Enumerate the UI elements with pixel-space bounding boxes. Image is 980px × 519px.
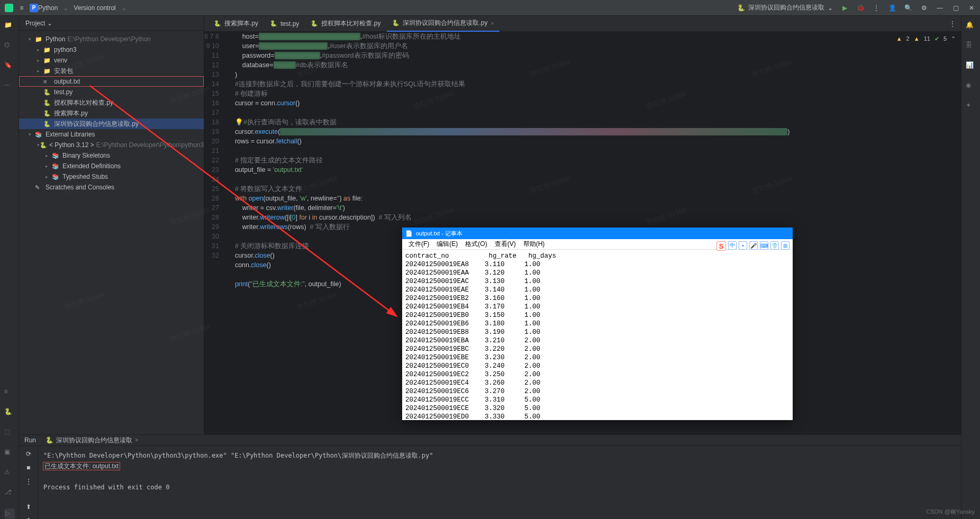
problems-icon[interactable]: ⚠ [4,468,15,479]
tree-item[interactable]: ▾📚External Libraries [19,129,204,140]
sogou-icon[interactable]: S [716,241,726,251]
account-icon[interactable]: 👤 [888,4,896,12]
tree-item[interactable]: 🐍搜索脚本.py [19,108,204,119]
tree-item[interactable]: 🐍深圳协议回购合约信息读取.py [19,119,204,129]
top-bar: ≡ P Python ⌄ Version control ⌄ 🐍 深圳协议回购合… [0,0,980,16]
ime-toolbar: S 中 • 🎤 ⌨ 👕 ⊞ [716,241,790,251]
tree-item[interactable]: 🐍test.py [19,87,204,97]
chevron-down-icon: ⌄ [828,4,833,12]
editor-tab[interactable]: 🐍test.py [265,16,304,32]
ime-btn[interactable]: ⊞ [781,241,790,250]
ok-icon: ✔ [934,34,939,43]
terminal-icon[interactable]: ▣ [4,448,15,459]
notifications-icon[interactable]: 🔔 [966,21,976,32]
coverage-icon[interactable]: ◉ [966,81,976,92]
tabs-more-icon[interactable]: ⋮ [944,20,961,28]
tree-item[interactable]: ≡output.txt [19,76,204,87]
run-tool-window: Run 🐍 深圳协议回购合约信息读取 × ⟳ ■ ⋮ ⬆ ⬇ ⎋ "E:\Pyh [19,434,961,519]
run-config-label: 深圳协议回购合约信息读取 [748,3,824,12]
notepad-window: 📄 output.txt - 记事本 文件(F)编辑(E)格式(O)查看(V)帮… [402,227,793,420]
error-icon: ▲ [896,34,902,43]
vcs-icon[interactable]: ⎇ [4,488,15,499]
project-name[interactable]: Python [38,4,58,12]
database-icon[interactable]: 🗄 [966,41,976,52]
notepad-menu-item[interactable]: 格式(O) [462,240,490,249]
debug-icon[interactable]: 🐞 [856,4,865,12]
warning-count: 11 [924,34,930,43]
project-title: Project [25,20,45,27]
ime-btn[interactable]: 👕 [770,241,779,250]
tree-item[interactable]: ▾📁PythonE:\Pyhthon Developer\Python [19,34,204,44]
right-tool-strip: 🔔 🗄 📊 ◉ ✦ [961,16,980,519]
ime-btn[interactable]: 中 [728,241,737,250]
notepad-content[interactable]: contract_no hg_rate hg_days 202401250001… [402,250,793,423]
run-configuration[interactable]: 🐍 深圳协议回购合约信息读取 ⌄ [737,3,833,12]
warning-icon: ▲ [914,34,920,43]
tree-item[interactable]: ✎Scratches and Consoles [19,182,204,193]
project-badge: P [30,4,38,12]
ide-logo-icon [4,3,14,13]
vcs-menu[interactable]: Version control [74,4,115,12]
up-icon[interactable]: ⬆ [26,503,31,511]
notepad-menu-item[interactable]: 查看(V) [492,240,519,249]
svg-rect-0 [5,4,13,12]
ime-btn[interactable]: • [739,241,747,250]
tree-item[interactable]: ▸📁python3 [19,44,204,55]
tree-item[interactable]: ▸📁venv [19,55,204,66]
chevron-down-icon: ⌄ [121,4,126,12]
settings-icon[interactable]: ⚙ [920,4,928,12]
run-tool-icon[interactable]: ▷ [4,508,15,519]
minimize-icon[interactable]: ― [936,4,944,12]
ime-btn[interactable]: 🎤 [749,241,758,250]
notepad-menu-item[interactable]: 编辑(E) [433,240,461,249]
hamburger-icon[interactable]: ≡ [17,3,26,13]
tree-item[interactable]: ▸📚Extended Definitions [19,161,204,171]
editor-tab[interactable]: 🐍授权脚本比对检查.py [305,16,386,32]
editor-tab[interactable]: 🐍深圳协议回购合约信息读取.py× [387,16,499,32]
sciview-icon[interactable]: 📊 [966,61,976,72]
more-icon[interactable]: ⋮ [25,478,32,485]
rerun-icon[interactable]: ⟳ [26,450,31,458]
more-icon[interactable]: ⋮ [872,4,881,12]
notepad-titlebar[interactable]: 📄 output.txt - 记事本 [402,227,793,239]
run-icon[interactable]: ▶ [840,4,849,12]
close-icon[interactable]: ✕ [967,4,976,12]
stop-icon[interactable]: ■ [26,464,30,471]
tree-item[interactable]: ▸📁安装包 [19,66,204,76]
ai-icon[interactable]: ✦ [966,102,976,112]
folder-icon[interactable]: 📁 [4,21,15,32]
notepad-menu-item[interactable]: 文件(F) [405,240,432,249]
error-count: 2 [906,34,910,43]
editor-tab[interactable]: 🐍搜索脚本.py [208,16,264,32]
notepad-menu-item[interactable]: 帮助(H) [520,240,548,249]
project-tree[interactable]: ▾📁PythonE:\Pyhthon Developer\Python▸📁pyt… [19,31,204,193]
csdn-watermark: CSDN @幽Yansky [926,508,975,516]
project-tool-header[interactable]: Project ⌄ [19,16,204,31]
structure-icon[interactable]: ⌬ [4,41,15,52]
close-icon[interactable]: × [135,436,139,444]
tool1-icon[interactable]: ≡ [4,388,15,398]
tree-item[interactable]: 🐍授权脚本比对检查.py [19,97,204,108]
run-tab-label: 深圳协议回购合约信息读取 [56,436,132,445]
left-tool-strip: 📁 ⌬ 🔖 ⋯ ≡ 🐍 ⬚ ▣ ⚠ ⎇ ▷ [0,16,19,519]
more-icon[interactable]: ⋯ [4,81,15,92]
bookmark-icon[interactable]: 🔖 [4,61,15,72]
run-title: Run [24,436,36,444]
services-icon[interactable]: ⬚ [4,428,15,439]
python-icon: 🐍 [46,436,53,444]
inspection-widget[interactable]: ▲2 ▲11 ✔5 ⌃ [896,34,956,43]
ime-btn[interactable]: ⌨ [760,241,768,250]
python-icon: 🐍 [737,4,745,12]
search-icon[interactable]: 🔍 [904,4,912,12]
python-console-icon[interactable]: 🐍 [4,408,15,418]
notepad-title: output.txt - 记事本 [416,230,462,238]
run-tab[interactable]: 🐍 深圳协议回购合约信息读取 × [41,435,143,445]
tree-item[interactable]: ▸📚Binary Skeletons [19,150,204,161]
maximize-icon[interactable]: ▢ [951,4,960,12]
tree-item[interactable]: ▸📚Typeshed Stubs [19,171,204,182]
tree-item[interactable]: ▾🐍< Python 3.12 >E:\Pyhthon Developer\Py… [19,140,204,150]
console-output[interactable]: "E:\Pyhthon Developer\Python\python3\pyt… [38,446,961,519]
run-toolbar: ⟳ ■ ⋮ ⬆ ⬇ ⎋ [19,446,38,519]
down-icon[interactable]: ⬇ [26,517,31,519]
ok-count: 5 [943,34,947,43]
